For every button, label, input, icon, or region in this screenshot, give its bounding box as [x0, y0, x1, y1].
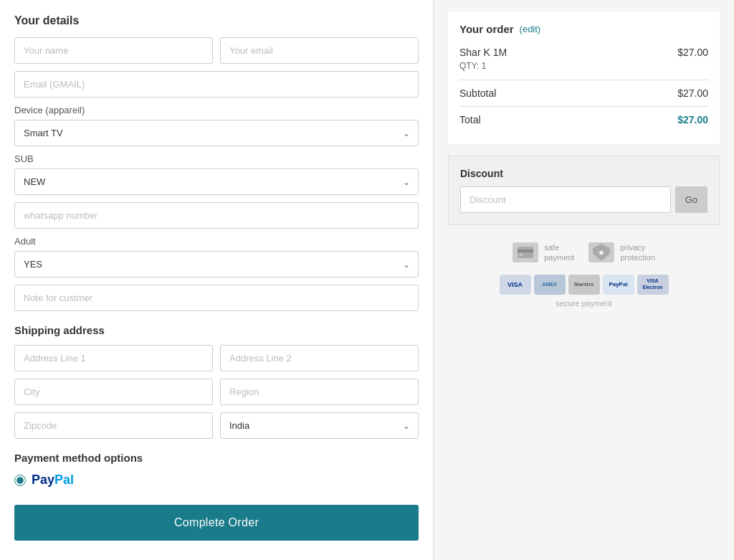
- address-line2-input[interactable]: [220, 345, 419, 371]
- privacy-protection-badge: ★ privacyprotection: [588, 242, 654, 263]
- divider-2: [459, 106, 708, 107]
- maestro-card-icon: Maestro: [568, 275, 600, 295]
- item-name: Shar K 1M: [459, 47, 507, 58]
- item-price: $27.00: [677, 47, 708, 58]
- your-details-title: Your details: [14, 14, 419, 27]
- paypal-radio[interactable]: [14, 475, 26, 486]
- order-header: Your order (edit): [459, 23, 708, 35]
- device-label: Device (appareil): [14, 105, 419, 115]
- city-input[interactable]: [14, 379, 213, 405]
- safe-payment-icon: [513, 242, 538, 262]
- city-field[interactable]: [14, 379, 213, 405]
- country-select[interactable]: India USA UK France Germany: [220, 412, 419, 439]
- paypal-row[interactable]: PayPal: [14, 473, 419, 488]
- safe-payment-badge: safepayment: [513, 242, 574, 263]
- order-item-row: Shar K 1M $27.00: [459, 47, 708, 58]
- go-button[interactable]: Go: [675, 186, 707, 213]
- subtotal-label: Subtotal: [459, 87, 496, 99]
- visa-electron-card-icon: VISAElectron: [637, 275, 669, 295]
- address-line1-input[interactable]: [14, 345, 213, 371]
- address-line2-field[interactable]: [220, 345, 419, 371]
- subtotal-row: Subtotal $27.00: [459, 87, 708, 99]
- payment-section: Payment method options PayPal: [14, 452, 419, 488]
- note-field[interactable]: [14, 285, 419, 311]
- secure-payment-text: secure payment: [448, 299, 720, 308]
- whatsapp-field[interactable]: [14, 202, 419, 229]
- note-input[interactable]: [14, 285, 419, 311]
- payment-cards: VISA AMEX Maestro PayPal VISAElectron: [448, 275, 720, 295]
- left-panel: Your details Device (appareil) Smart TV …: [0, 0, 434, 560]
- privacy-protection-text: privacyprotection: [620, 242, 654, 263]
- sub-select-wrapper[interactable]: NEW RENEWAL UPGRADE ⌄: [14, 169, 419, 195]
- payment-title: Payment method options: [14, 452, 419, 464]
- safe-payment-text: safepayment: [544, 242, 574, 263]
- svg-rect-1: [518, 250, 533, 252]
- sub-select[interactable]: NEW RENEWAL UPGRADE: [14, 169, 419, 195]
- adult-select-wrapper[interactable]: YES NO ⌄: [14, 251, 419, 277]
- your-name-input[interactable]: [14, 37, 213, 64]
- paypal-logo: PayPal: [32, 473, 74, 488]
- order-box: Your order (edit) Shar K 1M $27.00 QTY: …: [448, 11, 720, 144]
- paypal-card-icon: PayPal: [603, 275, 634, 295]
- adult-select[interactable]: YES NO: [14, 251, 419, 277]
- security-section: safepayment ★ privacyprotection VISA AME…: [448, 242, 720, 308]
- sub-label: SUB: [14, 153, 419, 164]
- visa-card-icon: VISA: [500, 275, 531, 295]
- device-select[interactable]: Smart TV Mobile PC Tablet: [14, 120, 419, 146]
- device-select-wrapper[interactable]: Smart TV Mobile PC Tablet ⌄: [14, 120, 419, 146]
- region-field[interactable]: [220, 379, 419, 405]
- item-qty: QTY: 1: [459, 61, 708, 71]
- gmail-field[interactable]: [14, 71, 419, 98]
- amex-card-icon: AMEX: [534, 275, 566, 295]
- zipcode-input[interactable]: [14, 412, 213, 439]
- total-value: $27.00: [677, 114, 708, 125]
- right-panel: Your order (edit) Shar K 1M $27.00 QTY: …: [434, 0, 734, 560]
- edit-link[interactable]: (edit): [520, 24, 541, 34]
- order-title: Your order: [459, 23, 514, 35]
- svg-text:★: ★: [598, 248, 605, 257]
- discount-input[interactable]: [460, 186, 671, 213]
- privacy-protection-icon: ★: [588, 242, 614, 262]
- address-line1-field[interactable]: [14, 345, 213, 371]
- complete-order-button[interactable]: Complete Order: [14, 505, 419, 541]
- your-email-input[interactable]: [220, 37, 419, 64]
- zipcode-field[interactable]: [14, 412, 213, 439]
- region-input[interactable]: [220, 379, 419, 405]
- your-name-field[interactable]: [14, 37, 213, 64]
- your-email-field[interactable]: [220, 37, 419, 64]
- total-label: Total: [459, 114, 481, 125]
- discount-section: Discount Go: [448, 156, 720, 225]
- shipping-title: Shipping address: [14, 324, 419, 336]
- country-select-wrapper[interactable]: India USA UK France Germany ⌄: [220, 412, 419, 439]
- subtotal-value: $27.00: [677, 87, 708, 99]
- security-badges: safepayment ★ privacyprotection: [448, 242, 720, 263]
- whatsapp-input[interactable]: [14, 202, 419, 229]
- discount-title: Discount: [460, 168, 707, 179]
- adult-label: Adult: [14, 236, 419, 247]
- gmail-input[interactable]: [14, 71, 419, 98]
- discount-row: Go: [460, 186, 707, 213]
- svg-rect-2: [519, 254, 523, 255]
- total-row: Total $27.00: [459, 114, 708, 125]
- divider-1: [459, 80, 708, 80]
